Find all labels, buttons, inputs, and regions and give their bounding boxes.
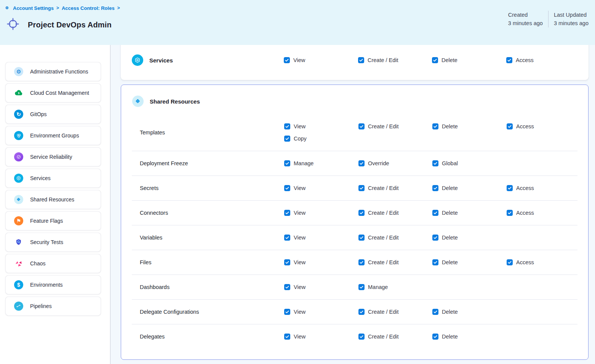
permission-label: Delete: [442, 235, 458, 241]
override-checkbox[interactable]: [358, 160, 365, 166]
resource-label: Deployment Freeze: [132, 157, 284, 169]
permissions-panel: Services ViewCreate / EditDeleteAccess S…: [110, 45, 595, 364]
permission-label: Delete: [442, 185, 458, 191]
page-header: ⚙Account Settings>Access Control: Roles>…: [0, 0, 595, 45]
create-edit-checkbox[interactable]: [358, 334, 365, 340]
create-edit-checkbox[interactable]: [358, 309, 365, 315]
delete-checkbox[interactable]: [432, 309, 438, 315]
sidebar-item-label: Security Tests: [30, 239, 63, 245]
sidebar-item-shared-resources[interactable]: Shared Resources: [5, 190, 101, 209]
manage-checkbox[interactable]: [358, 284, 365, 290]
sidebar-item-service-reliability[interactable]: Service Reliability: [5, 147, 101, 166]
create-edit-checkbox[interactable]: [358, 123, 365, 129]
view-checkbox[interactable]: [284, 235, 290, 241]
sidebar-item-pipelines[interactable]: Pipelines: [5, 297, 101, 316]
sidebar-item-label: Cloud Cost Management: [30, 90, 89, 96]
permission-line: ViewCreate / EditDeleteAccess: [284, 120, 577, 133]
sidebar-item-services[interactable]: Services: [5, 169, 101, 188]
create-edit-checkbox[interactable]: [358, 185, 365, 191]
access-checkbox[interactable]: [506, 57, 512, 63]
view-checkbox[interactable]: [284, 210, 290, 216]
sidebar-item-feature-flags[interactable]: ⚑Feature Flags: [5, 211, 101, 230]
permission-line: ManageOverrideGlobal: [284, 157, 577, 169]
permission-lines: ViewManage: [284, 281, 577, 293]
delete-checkbox[interactable]: [432, 259, 438, 265]
created-value: 3 minutes ago: [508, 19, 543, 27]
delete-checkbox[interactable]: [432, 334, 438, 340]
sidebar-item-chaos[interactable]: Chaos: [5, 254, 101, 273]
delete-checkbox[interactable]: [432, 57, 438, 63]
permission-line: ViewCreate / EditDelete: [284, 231, 577, 244]
delete-checkbox[interactable]: [432, 123, 438, 129]
permission-row-delegates: DelegatesViewCreate / EditDelete: [132, 324, 577, 349]
sidebar-item-environment-groups[interactable]: Environment Groups: [5, 126, 101, 145]
resource-label: Connectors: [132, 207, 284, 219]
copy-checkbox[interactable]: [284, 136, 290, 142]
services-card-title: Services: [149, 57, 173, 64]
access-checkbox[interactable]: [507, 210, 513, 216]
manage-checkbox[interactable]: [284, 160, 290, 166]
permission-access: Access: [507, 210, 577, 216]
permission-view: View: [284, 334, 358, 340]
sidebar-item-label: GitOps: [30, 111, 47, 117]
access-checkbox[interactable]: [507, 259, 513, 265]
delete-checkbox[interactable]: [432, 185, 438, 191]
sidebar-item-cloud-cost-management[interactable]: $Cloud Cost Management: [5, 83, 101, 102]
permission-lines: ViewCreate / EditDelete: [284, 231, 577, 244]
permission-label: Delete: [442, 210, 458, 216]
permission-label: View: [294, 334, 305, 340]
permission-line: ViewCreate / EditDelete: [284, 306, 577, 318]
permission-line: ViewManage: [284, 281, 577, 293]
create-edit-checkbox[interactable]: [358, 259, 365, 265]
permission-lines: ViewCreate / EditDelete: [284, 306, 577, 318]
sidebar-item-environments[interactable]: $Environments: [5, 275, 101, 294]
permission-label: View: [294, 309, 305, 315]
create-edit-checkbox[interactable]: [358, 210, 365, 216]
permission-lines: ViewCreate / EditDelete: [284, 330, 577, 343]
shared-resources-icon: [132, 96, 144, 107]
view-checkbox[interactable]: [284, 57, 290, 63]
shared-resources-card-title: Shared Resources: [150, 98, 200, 105]
permission-access: Access: [506, 57, 589, 63]
create-edit-checkbox[interactable]: [358, 57, 364, 63]
security-tests-icon: [14, 238, 23, 247]
permission-lines: ViewCreate / EditDeleteAccess: [284, 207, 577, 219]
delete-checkbox[interactable]: [432, 235, 438, 241]
permission-lines: ViewCreate / EditDeleteAccess: [284, 182, 577, 194]
sidebar-item-administrative-functions[interactable]: ⚙Administrative Functions: [5, 62, 101, 81]
sidebar-item-label: Administrative Functions: [30, 69, 88, 75]
sidebar-item-security-tests[interactable]: Security Tests: [5, 233, 101, 252]
resource-label: Secrets: [132, 182, 284, 194]
permission-row-deployment-freeze: Deployment FreezeManageOverrideGlobal: [132, 151, 577, 176]
breadcrumb-link-account-settings[interactable]: Account Settings: [13, 5, 54, 11]
permission-label: Delete: [442, 259, 458, 265]
create-edit-checkbox[interactable]: [358, 235, 365, 241]
permission-delete: Delete: [432, 334, 507, 340]
permission-create-edit: Create / Edit: [358, 235, 432, 241]
permission-row-delegate-configurations: Delegate ConfigurationsViewCreate / Edit…: [132, 300, 577, 324]
sidebar-item-gitops[interactable]: ↻GitOps: [5, 105, 101, 124]
global-checkbox[interactable]: [432, 160, 438, 166]
view-checkbox[interactable]: [284, 259, 290, 265]
sidebar-item-label: Chaos: [30, 260, 45, 267]
view-checkbox[interactable]: [284, 284, 290, 290]
meta-info: Created 3 minutes ago Last Updated 3 min…: [503, 11, 589, 27]
last-updated-meta: Last Updated 3 minutes ago: [549, 11, 589, 27]
permission-create-edit: Create / Edit: [358, 309, 432, 315]
view-checkbox[interactable]: [284, 334, 290, 340]
permission-label: Copy: [294, 136, 307, 142]
breadcrumb-link-access-control-roles[interactable]: Access Control: Roles: [62, 5, 115, 11]
breadcrumb-separator: >: [117, 5, 120, 11]
services-permissions-card: Services ViewCreate / EditDeleteAccess: [121, 45, 589, 80]
access-checkbox[interactable]: [507, 185, 513, 191]
permission-label: Access: [516, 259, 534, 265]
permission-line: ViewCreate / EditDelete: [284, 330, 577, 343]
view-checkbox[interactable]: [284, 123, 290, 129]
permission-view: View: [284, 309, 358, 315]
delete-checkbox[interactable]: [432, 210, 438, 216]
access-checkbox[interactable]: [507, 123, 513, 129]
services-icon: [14, 174, 23, 183]
view-checkbox[interactable]: [284, 185, 290, 191]
target-icon: [6, 17, 20, 31]
view-checkbox[interactable]: [284, 309, 290, 315]
